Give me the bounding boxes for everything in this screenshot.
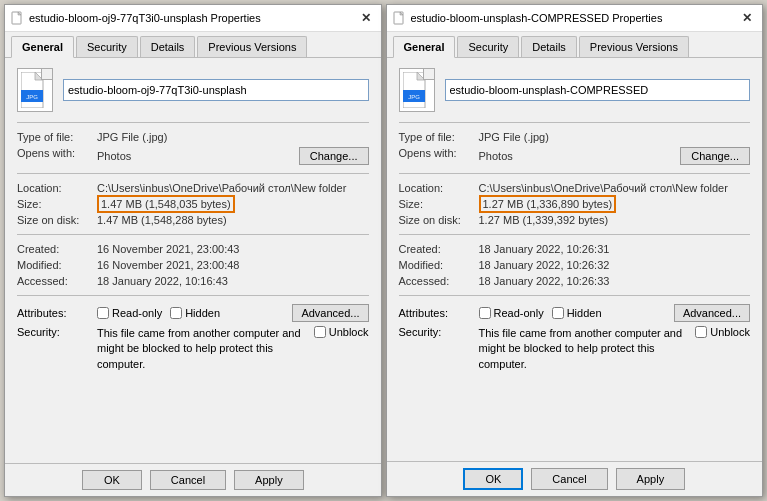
size-highlight-1: 1.47 MB (1,548,035 bytes) [97,195,235,213]
location-value-2: C:\Users\inbus\OneDrive\Рабочий стол\New… [479,180,751,196]
size-label-1: Size: [17,196,97,212]
location-grid-1: Location: C:\Users\inbus\OneDrive\Рабочи… [17,180,369,228]
info-grid-1: Type of file: JPG File (.jpg) Opens with… [17,129,369,167]
opens-label-1: Opens with: [17,145,97,167]
size-label-2: Size: [399,196,479,212]
dates-grid-1: Created: 16 November 2021, 23:00:43 Modi… [17,241,369,289]
size-value-1: 1.47 MB (1,548,035 bytes) [97,196,369,212]
accessed-label-1: Accessed: [17,273,97,289]
dialog-1-content: JPG Type of file: JPG File (.jpg) Opens … [5,58,381,463]
hidden-checkbox-label-1[interactable]: Hidden [170,307,220,319]
dialog-2-close-button[interactable]: ✕ [738,10,756,26]
tab-details-1[interactable]: Details [140,36,196,57]
title-bar-1: estudio-bloom-oj9-77qT3i0-unsplash Prope… [5,5,381,32]
file-name-input-2[interactable] [445,79,751,101]
unblock-checkbox-2[interactable] [695,326,707,338]
file-icon-1 [11,11,25,25]
advanced-button-2[interactable]: Advanced... [674,304,750,322]
type-label-1: Type of file: [17,129,97,145]
dialog-1-footer: OK Cancel Apply [5,463,381,496]
change-button-2[interactable]: Change... [680,147,750,165]
size-on-disk-label-1: Size on disk: [17,212,97,228]
size-on-disk-label-2: Size on disk: [399,212,479,228]
attributes-label-2: Attributes: [399,307,479,319]
file-header-1: JPG [17,68,369,112]
hidden-checkbox-label-2[interactable]: Hidden [552,307,602,319]
location-grid-2: Location: C:\Users\inbus\OneDrive\Рабочи… [399,180,751,228]
opens-value-1: Photos Change... [97,145,369,167]
tab-previous-versions-2[interactable]: Previous Versions [579,36,689,57]
hidden-checkbox-2[interactable] [552,307,564,319]
opens-label-2: Opens with: [399,145,479,167]
size-highlight-2: 1.27 MB (1,336,890 bytes) [479,195,617,213]
accessed-value-2: 18 January 2022, 10:26:33 [479,273,751,289]
location-label-1: Location: [17,180,97,196]
location-label-2: Location: [399,180,479,196]
security-row-2: Security: This file came from another co… [399,324,751,374]
unblock-checkbox-1[interactable] [314,326,326,338]
readonly-checkbox-label-1[interactable]: Read-only [97,307,162,319]
modified-value-2: 18 January 2022, 10:26:32 [479,257,751,273]
security-text-2: This file came from another computer and… [479,326,690,372]
type-value-2: JPG File (.jpg) [479,129,751,145]
tab-general-2[interactable]: General [393,36,456,58]
dialog-2-tabs: General Security Details Previous Versio… [387,32,763,58]
readonly-checkbox-label-2[interactable]: Read-only [479,307,544,319]
ok-button-1[interactable]: OK [82,470,142,490]
info-grid-2: Type of file: JPG File (.jpg) Opens with… [399,129,751,167]
tab-security-2[interactable]: Security [457,36,519,57]
tab-previous-versions-1[interactable]: Previous Versions [197,36,307,57]
location-value-1: C:\Users\inbus\OneDrive\Рабочий стол\New… [97,180,369,196]
accessed-label-2: Accessed: [399,273,479,289]
cancel-button-2[interactable]: Cancel [531,468,607,490]
dialog-1-tabs: General Security Details Previous Versio… [5,32,381,58]
type-value-1: JPG File (.jpg) [97,129,369,145]
type-label-2: Type of file: [399,129,479,145]
cancel-button-1[interactable]: Cancel [150,470,226,490]
file-big-icon-1: JPG [17,68,53,112]
advanced-button-1[interactable]: Advanced... [292,304,368,322]
readonly-checkbox-2[interactable] [479,307,491,319]
unblock-label-1[interactable]: Unblock [314,326,369,338]
dialog-1-title: estudio-bloom-oj9-77qT3i0-unsplash Prope… [29,12,353,24]
dialog-2-title: estudio-bloom-unsplash-COMPRESSED Proper… [411,12,735,24]
change-button-1[interactable]: Change... [299,147,369,165]
ok-button-2[interactable]: OK [463,468,523,490]
title-bar-2: estudio-bloom-unsplash-COMPRESSED Proper… [387,5,763,32]
file-icon-2 [393,11,407,25]
modified-label-2: Modified: [399,257,479,273]
size-value-2: 1.27 MB (1,336,890 bytes) [479,196,751,212]
security-text-1: This file came from another computer and… [97,326,308,372]
opens-value-2: Photos Change... [479,145,751,167]
security-row-1: Security: This file came from another co… [17,324,369,374]
svg-text:JPG: JPG [408,94,420,100]
dates-grid-2: Created: 18 January 2022, 10:26:31 Modif… [399,241,751,289]
dialog-2: estudio-bloom-unsplash-COMPRESSED Proper… [386,4,764,497]
size-on-disk-value-2: 1.27 MB (1,339,392 bytes) [479,212,751,228]
dialog-2-content: JPG Type of file: JPG File (.jpg) Opens … [387,58,763,461]
svg-text:JPG: JPG [26,94,38,100]
attributes-label-1: Attributes: [17,307,97,319]
tab-general-1[interactable]: General [11,36,74,58]
created-label-2: Created: [399,241,479,257]
security-label-1: Security: [17,326,97,338]
created-value-2: 18 January 2022, 10:26:31 [479,241,751,257]
unblock-label-2[interactable]: Unblock [695,326,750,338]
file-header-2: JPG [399,68,751,112]
modified-value-1: 16 November 2021, 23:00:48 [97,257,369,273]
dialog-2-footer: OK Cancel Apply [387,461,763,496]
size-on-disk-value-1: 1.47 MB (1,548,288 bytes) [97,212,369,228]
hidden-checkbox-1[interactable] [170,307,182,319]
created-label-1: Created: [17,241,97,257]
apply-button-1[interactable]: Apply [234,470,304,490]
file-big-icon-2: JPG [399,68,435,112]
dialog-1-close-button[interactable]: ✕ [357,10,375,26]
tab-security-1[interactable]: Security [76,36,138,57]
security-label-2: Security: [399,326,479,338]
apply-button-2[interactable]: Apply [616,468,686,490]
readonly-checkbox-1[interactable] [97,307,109,319]
file-name-input-1[interactable] [63,79,369,101]
attributes-row-1: Attributes: Read-only Hidden Advanced... [17,302,369,324]
tab-details-2[interactable]: Details [521,36,577,57]
dialog-1: estudio-bloom-oj9-77qT3i0-unsplash Prope… [4,4,382,497]
